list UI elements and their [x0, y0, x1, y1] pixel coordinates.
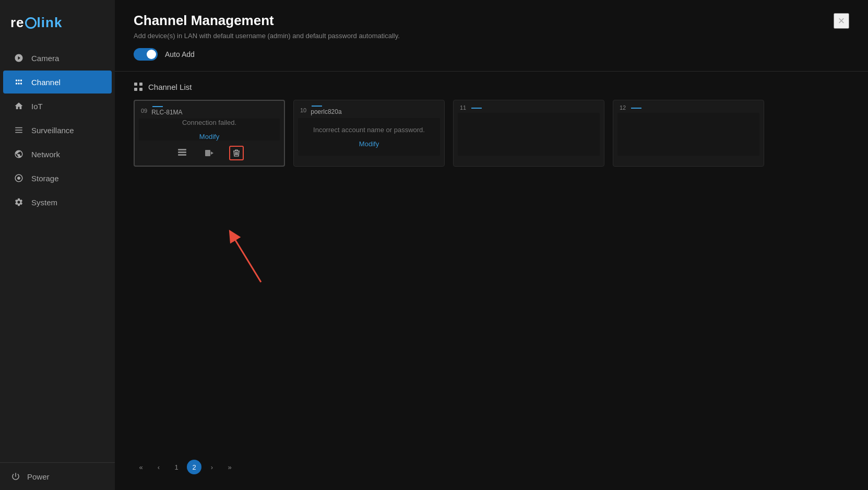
svg-rect-4: [178, 149, 186, 150]
channel-card-11-header: 11: [454, 100, 604, 113]
channel-09-indicator: [152, 106, 163, 107]
channel-09-name: RLC-81MA: [151, 109, 182, 116]
toggle-knob: [147, 50, 156, 59]
pagination-prev[interactable]: ‹: [151, 460, 166, 474]
iot-icon: [14, 101, 24, 111]
sidebar-item-system[interactable]: System: [3, 191, 112, 214]
channel-09-delete-button[interactable]: [229, 146, 244, 160]
red-arrow-annotation: [219, 219, 282, 295]
channel-10-footer: [294, 156, 444, 166]
channel-12-num: 12: [620, 104, 626, 111]
svg-rect-5: [178, 151, 186, 153]
sidebar-item-storage[interactable]: Storage: [3, 167, 112, 190]
page-title: Channel Management: [134, 13, 274, 29]
channel-09-footer: [135, 141, 284, 166]
channel-09-content: Connection failed. Modify: [139, 119, 280, 141]
pagination: « ‹ 1 2 › »: [134, 460, 237, 474]
sidebar-item-channel[interactable]: Channel: [3, 71, 112, 94]
surveillance-icon: [14, 125, 24, 135]
channel-list-label: Channel List: [148, 83, 192, 91]
sidebar-item-network-label: Network: [31, 150, 60, 159]
channel-card-10-header: 10 poerlc820a: [294, 100, 444, 118]
sidebar-item-network[interactable]: Network: [3, 143, 112, 166]
channel-list-icon: [134, 82, 143, 91]
channel-10-name: poerlc820a: [311, 108, 341, 115]
sidebar-item-storage-label: Storage: [31, 174, 59, 183]
auto-add-row: Auto Add: [115, 48, 868, 71]
channel-10-modify[interactable]: Modify: [359, 140, 379, 148]
channel-list-header: Channel List: [115, 82, 868, 100]
channel-card-12-header: 12: [613, 100, 764, 113]
camera-icon: [14, 53, 24, 63]
channel-12-indicator: [631, 108, 641, 109]
divider: [115, 71, 868, 72]
channel-11-content: [458, 113, 600, 156]
sidebar-item-camera[interactable]: Camera: [3, 46, 112, 69]
channel-11-footer: [454, 156, 604, 166]
system-icon: [14, 197, 24, 207]
channel-card-11: 11: [453, 100, 604, 167]
auto-add-label: Auto Add: [165, 50, 195, 59]
channel-11-num: 11: [460, 104, 466, 111]
svg-rect-0: [134, 83, 137, 86]
channel-09-error: Connection failed.: [182, 119, 236, 126]
sidebar-item-channel-label: Channel: [31, 78, 61, 87]
channel-icon: [14, 77, 24, 87]
pagination-last[interactable]: »: [222, 460, 237, 474]
power-button[interactable]: Power: [10, 471, 104, 482]
channel-10-num: 10: [300, 107, 306, 113]
channel-card-10: 10 poerlc820a Incorrect account name or …: [293, 100, 445, 167]
sidebar-bottom: Power: [0, 462, 115, 490]
svg-rect-6: [178, 154, 186, 156]
pagination-first[interactable]: «: [134, 460, 148, 474]
storage-icon: [14, 173, 24, 183]
channel-10-content: Incorrect account name or password. Modi…: [298, 118, 440, 156]
page-header: Channel Management ×: [115, 0, 868, 29]
sidebar-item-iot-label: IoT: [31, 102, 43, 111]
network-icon: [14, 149, 24, 159]
svg-rect-1: [139, 83, 142, 86]
main-content: Channel Management × Add device(s) in LA…: [115, 0, 868, 490]
power-icon: [10, 471, 21, 482]
channel-card-09: 09 RLC-81MA Connection failed. Modify: [134, 100, 285, 167]
pagination-page-1[interactable]: 1: [169, 460, 184, 474]
page-subtitle: Add device(s) in LAN with default userna…: [115, 29, 868, 48]
pagination-next[interactable]: ›: [205, 460, 219, 474]
logo: relink: [0, 5, 115, 45]
channel-09-num: 09: [141, 108, 147, 114]
close-button[interactable]: ×: [834, 13, 849, 29]
channel-09-video-button[interactable]: [202, 146, 217, 160]
channel-09-info-button[interactable]: [175, 146, 189, 160]
sidebar-item-surveillance[interactable]: Surveillance: [3, 119, 112, 142]
channel-10-error: Incorrect account name or password.: [313, 126, 425, 134]
pagination-page-2[interactable]: 2: [187, 460, 201, 474]
svg-rect-2: [134, 88, 137, 91]
sidebar-nav: Camera Channel IoT Surveillance Network: [0, 45, 115, 462]
auto-add-toggle[interactable]: [134, 48, 158, 61]
sidebar-item-camera-label: Camera: [31, 54, 59, 63]
svg-marker-8: [211, 151, 213, 155]
channel-09-modify[interactable]: Modify: [199, 133, 219, 141]
channel-grid: 09 RLC-81MA Connection failed. Modify: [115, 100, 868, 167]
channel-12-footer: [613, 156, 764, 166]
svg-rect-3: [139, 88, 142, 91]
power-label: Power: [27, 472, 50, 481]
svg-rect-7: [205, 150, 210, 156]
channel-card-12: 12: [613, 100, 764, 167]
sidebar-item-iot[interactable]: IoT: [3, 95, 112, 118]
channel-12-content: [617, 113, 759, 156]
logo-text: relink: [10, 15, 62, 31]
channel-card-09-header: 09 RLC-81MA: [135, 101, 284, 119]
svg-line-10: [232, 235, 261, 282]
sidebar: relink Camera Channel IoT Surveillanc: [0, 0, 115, 490]
channel-10-indicator: [312, 106, 322, 107]
sidebar-item-system-label: System: [31, 198, 57, 207]
sidebar-item-surveillance-label: Surveillance: [31, 126, 74, 135]
channel-11-indicator: [471, 108, 482, 109]
